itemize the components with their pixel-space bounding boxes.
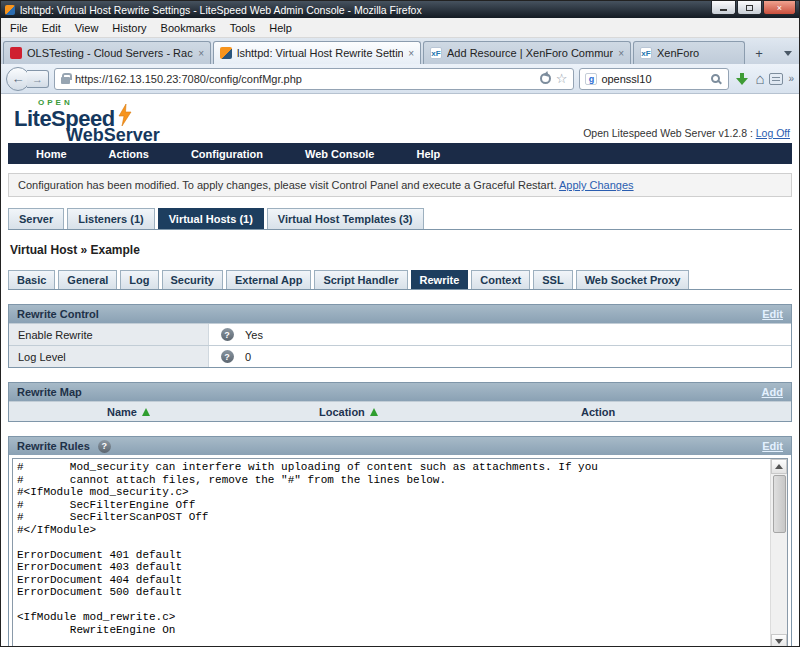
minimize-icon — [720, 9, 727, 11]
minimize-button[interactable] — [711, 1, 736, 15]
tab-basic[interactable]: Basic — [8, 270, 55, 289]
help-icon[interactable]: ? — [221, 350, 234, 363]
column-header-action: Action — [581, 406, 791, 418]
browser-tab-lshttpd[interactable]: lshttpd: Virtual Host Rewrite Setting...… — [213, 41, 421, 64]
reload-icon[interactable] — [540, 73, 551, 84]
window-titlebar: lshttpd: Virtual Host Rewrite Settings -… — [1, 1, 799, 18]
nav-home[interactable]: Home — [36, 148, 67, 160]
menu-tools[interactable]: Tools — [223, 20, 263, 36]
tab-server[interactable]: Server — [8, 208, 64, 229]
google-search-engine-icon[interactable]: g — [585, 73, 597, 85]
nav-actions[interactable]: Actions — [109, 148, 149, 160]
home-button[interactable]: ⌂ — [755, 71, 764, 86]
menu-edit[interactable]: Edit — [35, 20, 68, 36]
apply-changes-link[interactable]: Apply Changes — [559, 179, 634, 191]
scrollbar-thumb[interactable] — [773, 475, 786, 533]
browser-tab-xenforo[interactable]: xF XenForo — [633, 41, 745, 64]
download-arrow-icon — [736, 78, 748, 85]
menu-bookmarks[interactable]: Bookmarks — [154, 20, 223, 36]
new-tab-button[interactable]: + — [747, 43, 771, 63]
column-header-location[interactable]: Location — [319, 406, 581, 418]
nav-configuration[interactable]: Configuration — [191, 148, 263, 160]
section-title: Rewrite Control — [17, 308, 99, 320]
tab-script-handler[interactable]: Script Handler — [314, 270, 407, 289]
sort-ascending-icon[interactable] — [370, 408, 378, 416]
rewrite-rules-section: Rewrite Rules ? Edit # Mod_security can … — [8, 436, 792, 647]
tab-general[interactable]: General — [58, 270, 117, 289]
menu-help[interactable]: Help — [262, 20, 299, 36]
toolbar-overflow-chevron[interactable]: » — [788, 73, 794, 84]
vertical-scrollbar[interactable] — [770, 459, 787, 647]
tab-close-icon[interactable]: × — [198, 48, 204, 59]
window-icon — [5, 5, 15, 15]
tab-log[interactable]: Log — [120, 270, 158, 289]
edit-rewrite-rules-link[interactable]: Edit — [762, 440, 783, 452]
tab-context[interactable]: Context — [471, 270, 530, 289]
bookmarks-panel-button[interactable] — [769, 73, 783, 85]
tab-web-socket-proxy[interactable]: Web Socket Proxy — [576, 270, 690, 289]
scroll-down-button[interactable] — [771, 634, 787, 647]
xenforo-favicon: xF — [430, 47, 442, 59]
log-off-link[interactable]: Log Off — [756, 127, 790, 139]
menu-file[interactable]: File — [3, 20, 35, 36]
rewrite-control-section: Rewrite Control Edit Enable Rewrite ? Ye… — [8, 304, 792, 368]
bookmark-star-icon[interactable]: ☆ — [556, 72, 568, 85]
rewrite-map-column-headers: Name Location Action — [9, 401, 791, 421]
row-label: Log Level — [9, 346, 209, 367]
close-button[interactable]: × — [763, 1, 796, 15]
arrow-up-icon — [775, 464, 783, 469]
rewrite-map-header: Rewrite Map Add — [9, 383, 791, 401]
browser-tab-xenforo-add-resource[interactable]: xF Add Resource | XenForo Community × — [423, 41, 631, 64]
admin-nav-bar: Home Actions Configuration Web Console H… — [8, 143, 792, 164]
table-row: Log Level ? 0 — [9, 345, 791, 367]
list-all-tabs-button[interactable] — [779, 43, 797, 63]
restart-notice: Configuration has been modified. To appl… — [8, 173, 792, 197]
rewrite-rules-content[interactable]: # Mod_security can interfere with upload… — [13, 459, 787, 647]
add-rewrite-map-link[interactable]: Add — [762, 386, 783, 398]
version-text: Open Litespeed Web Server v1.2.8 : — [583, 127, 753, 139]
logo-sub-text: WebServer — [66, 125, 160, 146]
arrow-down-icon — [775, 639, 783, 644]
forward-button[interactable]: → — [27, 70, 49, 88]
tab-virtual-hosts[interactable]: Virtual Hosts (1) — [158, 208, 264, 229]
scroll-up-button[interactable] — [771, 459, 787, 474]
version-line: Open Litespeed Web Server v1.2.8 : Log O… — [583, 127, 790, 139]
maximize-icon — [746, 5, 753, 11]
tab-virtual-host-templates[interactable]: Virtual Host Templates (3) — [267, 208, 424, 229]
chevron-down-icon — [784, 51, 792, 56]
url-bar[interactable]: https://162.13.150.23:7080/config/confMg… — [54, 68, 574, 90]
tab-listeners[interactable]: Listeners (1) — [67, 208, 154, 229]
maximize-button[interactable] — [737, 1, 762, 15]
browser-tab-olstesting[interactable]: OLSTesting - Cloud Servers - Racks... × — [3, 41, 211, 64]
nav-web-console[interactable]: Web Console — [305, 148, 374, 160]
tab-close-icon[interactable]: × — [618, 48, 624, 59]
search-text[interactable]: openssl10 — [601, 73, 707, 85]
tab-close-icon[interactable]: × — [408, 48, 414, 59]
tab-security[interactable]: Security — [162, 270, 223, 289]
section-title: Rewrite Map — [17, 386, 82, 398]
edit-rewrite-control-link[interactable]: Edit — [762, 308, 783, 320]
search-input[interactable]: g openssl10 — [579, 68, 729, 90]
column-header-name[interactable]: Name — [107, 406, 319, 418]
tab-rewrite[interactable]: Rewrite — [411, 270, 469, 289]
tab-ssl[interactable]: SSL — [533, 270, 572, 289]
window-title: lshttpd: Virtual Host Rewrite Settings -… — [20, 4, 422, 16]
vhost-tabs: Basic General Log Security External App … — [8, 270, 792, 290]
rewrite-rules-header: Rewrite Rules ? Edit — [9, 437, 791, 455]
search-magnifier-icon[interactable] — [711, 74, 720, 83]
rewrite-control-header: Rewrite Control Edit — [9, 305, 791, 323]
menu-history[interactable]: History — [105, 20, 153, 36]
notice-text: Configuration has been modified. To appl… — [18, 179, 557, 191]
site-header: OPEN LiteSpeed WebServer Open Litespeed … — [8, 94, 792, 143]
url-text[interactable]: https://162.13.150.23:7080/config/confMg… — [75, 73, 535, 85]
menu-view[interactable]: View — [68, 20, 106, 36]
help-icon[interactable]: ? — [221, 328, 234, 341]
downloads-button[interactable] — [734, 73, 750, 85]
rewrite-rules-textarea[interactable]: # Mod_security can interfere with upload… — [12, 458, 788, 647]
help-icon[interactable]: ? — [98, 440, 111, 453]
section-title: Rewrite Rules — [17, 440, 90, 452]
tab-external-app[interactable]: External App — [226, 270, 311, 289]
nav-help[interactable]: Help — [417, 148, 441, 160]
row-label: Enable Rewrite — [9, 324, 209, 345]
sort-ascending-icon[interactable] — [142, 408, 150, 416]
